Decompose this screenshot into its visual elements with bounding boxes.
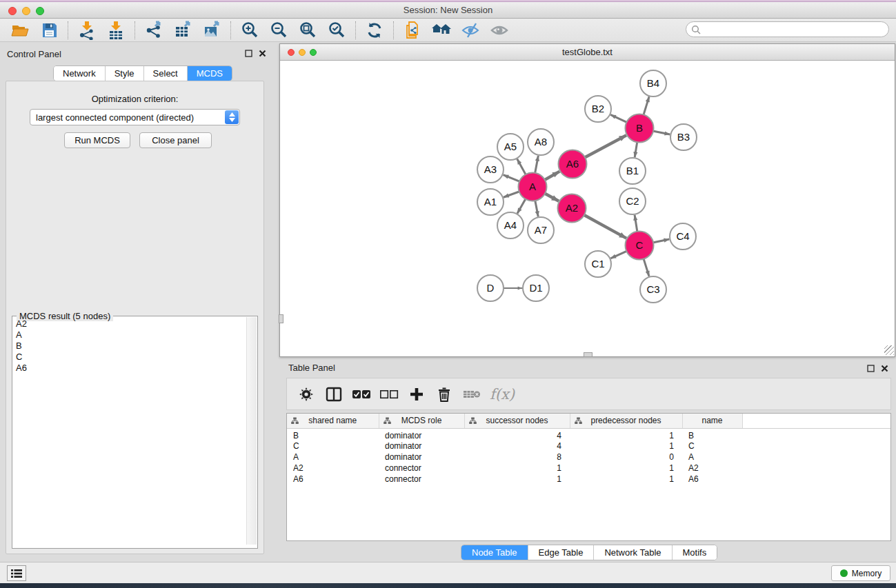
select-stepper-icon (225, 110, 239, 124)
zoom-fit-icon[interactable] (297, 20, 319, 41)
tab-network-table[interactable]: Network Table (594, 545, 672, 560)
table-options-gear-icon[interactable] (294, 383, 319, 406)
tab-select[interactable]: Select (144, 66, 188, 81)
save-session-icon[interactable] (38, 20, 60, 41)
network-minimize-button[interactable] (299, 49, 306, 56)
open-file-icon[interactable] (9, 20, 31, 41)
memory-button[interactable]: Memory (831, 565, 890, 581)
network-graph[interactable]: AA1A3A4A5A7A8A6A2BB1B2B3B4CC1C2C3C4DD1 (280, 61, 895, 356)
list-icon (11, 569, 22, 578)
mcds-result-item[interactable]: A (16, 330, 245, 341)
export-network-icon[interactable] (143, 20, 165, 41)
close-table-panel-icon[interactable] (881, 365, 888, 372)
table-panel-header: Table Panel (279, 358, 896, 378)
tab-node-table[interactable]: Node Table (461, 545, 528, 560)
import-network-icon[interactable] (76, 20, 98, 41)
graph-edge[interactable] (517, 198, 526, 214)
select-all-icon[interactable] (349, 383, 374, 406)
maximize-window-button[interactable] (36, 7, 44, 15)
mcds-result-item[interactable]: C (16, 352, 245, 363)
column-header[interactable]: shared name (287, 414, 379, 428)
toolbar-separator (393, 21, 394, 39)
memory-label: Memory (852, 569, 882, 578)
add-column-icon[interactable] (404, 383, 429, 406)
control-panel-header: Control Panel (0, 43, 269, 64)
network-maximize-button[interactable] (310, 49, 317, 56)
column-header[interactable]: name (682, 414, 742, 428)
task-history-button[interactable] (7, 565, 26, 581)
network-canvas[interactable]: AA1A3A4A5A7A8A6A2BB1B2B3B4CC1C2C3C4DD1 (280, 61, 895, 356)
table-row[interactable]: Cdominator41C (287, 440, 891, 452)
graph-edge[interactable] (643, 97, 649, 116)
graph-edge[interactable] (535, 156, 538, 174)
table-row[interactable]: Bdominator41B (287, 428, 891, 440)
tab-motifs[interactable]: Motifs (673, 545, 717, 560)
hide-selected-eye-icon[interactable] (459, 20, 481, 41)
table-row[interactable]: Adominator80A (287, 452, 891, 463)
network-h-scroll-thumb[interactable] (584, 352, 593, 357)
graph-node-label: B3 (677, 131, 690, 143)
graph-edge[interactable] (610, 114, 628, 123)
graph-edge[interactable] (584, 135, 626, 158)
mcds-result-list[interactable]: A2ABCA6 (13, 318, 245, 374)
mcds-result-item[interactable]: A6 (16, 363, 245, 374)
search-input[interactable] (704, 24, 877, 34)
deselect-all-icon[interactable] (377, 383, 401, 406)
float-table-panel-icon[interactable] (867, 365, 875, 372)
show-all-eye-icon[interactable] (488, 20, 510, 41)
tab-edge-table[interactable]: Edge Table (528, 545, 595, 560)
optimization-criterion-select[interactable]: largest connected component (directed) (30, 109, 240, 125)
graph-edge[interactable] (652, 131, 670, 134)
column-header[interactable]: predecessor nodes (570, 414, 682, 428)
mcds-result-scrollbar[interactable] (246, 317, 257, 545)
graph-edge[interactable] (544, 193, 559, 201)
column-header[interactable]: successor nodes (464, 414, 570, 428)
close-panel-button[interactable]: Close panel (139, 132, 212, 148)
graph-edge[interactable] (517, 159, 526, 176)
tab-mcds[interactable]: MCDS (188, 66, 232, 81)
function-builder-icon[interactable]: f(x) (490, 386, 515, 403)
status-bar: Memory (0, 562, 896, 583)
graph-edge[interactable] (635, 141, 637, 157)
home-icon[interactable] (430, 20, 452, 41)
close-panel-icon[interactable] (259, 50, 266, 57)
zoom-in-icon[interactable] (239, 20, 261, 41)
mcds-result-item[interactable]: A2 (16, 318, 245, 330)
graph-edge[interactable] (610, 251, 628, 258)
graph-node-label: A8 (535, 136, 547, 148)
new-session-icon[interactable] (401, 20, 424, 41)
zoom-selected-icon[interactable] (326, 20, 348, 41)
delete-column-trash-icon[interactable] (432, 383, 457, 406)
export-table-icon[interactable] (172, 20, 194, 41)
network-close-button[interactable] (288, 49, 295, 56)
refresh-icon[interactable] (364, 20, 386, 41)
node-table[interactable]: shared nameMCDS rolesuccessor nodesprede… (286, 413, 891, 541)
graph-edge[interactable] (535, 199, 538, 216)
run-mcds-button[interactable]: Run MCDS (64, 132, 130, 148)
table-row[interactable]: A2connector11A2 (287, 463, 891, 474)
tab-network[interactable]: Network (54, 66, 106, 81)
graph-edge[interactable] (583, 214, 626, 239)
close-window-button[interactable] (8, 7, 17, 15)
network-v-scroll-thumb[interactable] (279, 314, 283, 323)
float-panel-icon[interactable] (245, 50, 252, 57)
column-header[interactable]: MCDS role (379, 414, 464, 428)
graph-edge[interactable] (635, 215, 637, 233)
graph-edge[interactable] (504, 175, 521, 182)
minimize-window-button[interactable] (22, 7, 30, 15)
network-resize-grip[interactable] (884, 345, 894, 355)
graph-edge[interactable] (652, 239, 669, 243)
column-view-icon[interactable] (321, 383, 346, 406)
graph-edge[interactable] (644, 258, 650, 276)
search-field[interactable] (686, 21, 889, 37)
delete-table-icon[interactable] (459, 383, 484, 406)
export-image-icon[interactable] (201, 20, 223, 41)
graph-edge[interactable] (544, 172, 559, 181)
zoom-out-icon[interactable] (268, 20, 290, 41)
table-row[interactable]: A6connector11A6 (287, 474, 891, 485)
mcds-result-item[interactable]: B (16, 341, 245, 352)
network-window-titlebar[interactable]: testGlobe.txt (280, 44, 895, 61)
graph-edge[interactable] (504, 191, 521, 197)
import-table-icon[interactable] (105, 20, 127, 41)
tab-style[interactable]: Style (106, 66, 144, 81)
